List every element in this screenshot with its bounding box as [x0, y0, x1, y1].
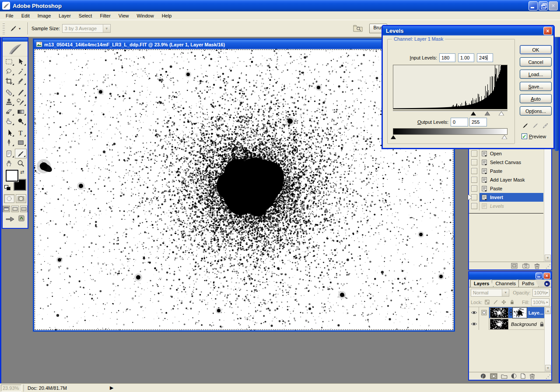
hand-tool[interactable] [3, 158, 15, 168]
history-source-checkbox[interactable] [469, 175, 480, 184]
lock-paint-icon[interactable] [492, 299, 499, 305]
gamma-slider-handle[interactable] [485, 112, 490, 116]
history-item-add-layer-mask[interactable]: Add Layer Mask [469, 175, 543, 184]
scroll-down-icon[interactable]: ▼ [545, 365, 551, 371]
mask-link-icon[interactable] [509, 309, 513, 317]
lock-all-icon[interactable] [509, 299, 515, 305]
scroll-up-icon[interactable]: ▲ [545, 308, 551, 314]
new-snapshot-icon[interactable] [522, 263, 529, 269]
output-highlight-field[interactable]: 255 [469, 118, 487, 126]
layer-row-background[interactable]: Background [469, 318, 551, 330]
menu-layer[interactable]: Layer [55, 12, 75, 19]
delete-state-trash-icon[interactable] [534, 263, 540, 269]
resize-grip[interactable] [546, 374, 551, 379]
rect-marquee-tool[interactable] [3, 57, 15, 66]
history-source-checkbox[interactable] [469, 158, 480, 167]
current-tool-button[interactable]: ▼ [7, 22, 24, 35]
menu-image[interactable]: Image [34, 12, 55, 19]
layer-mask-thumbnail[interactable] [513, 308, 527, 318]
clone-stamp-tool[interactable] [3, 97, 15, 107]
swap-colors-icon[interactable]: ⇄ [20, 169, 24, 175]
brush-tool[interactable] [15, 88, 27, 97]
checkbox-checked-icon[interactable]: ✓ [522, 133, 527, 139]
black-point-eyedropper-icon[interactable] [522, 122, 529, 129]
bridge-icon[interactable] [353, 24, 363, 33]
quickmask-mode-button[interactable] [16, 194, 26, 203]
magic-wand-tool[interactable] [15, 66, 27, 76]
minimize-icon[interactable] [536, 273, 542, 279]
layer-row-layer1[interactable]: Laye... [469, 307, 551, 318]
new-layer-icon[interactable] [520, 373, 526, 379]
history-item-open[interactable]: Open [469, 149, 543, 158]
eyedropper-tool[interactable] [15, 149, 27, 158]
input-gamma-field[interactable]: 1.00 [458, 53, 474, 62]
screen-mode-fullscreen-menubar-button[interactable] [11, 206, 19, 212]
type-tool[interactable]: T [15, 128, 27, 137]
default-colors-icon[interactable] [4, 185, 11, 191]
delete-layer-trash-icon[interactable] [529, 373, 535, 379]
standard-mode-button[interactable] [4, 194, 14, 203]
status-menu-arrow-icon[interactable]: ▶ [110, 385, 113, 391]
link-target-cell[interactable] [479, 318, 489, 330]
edit-in-imageready-button[interactable] [5, 215, 17, 224]
options-button[interactable]: Options... [520, 106, 552, 116]
menu-edit[interactable]: Edit [18, 12, 34, 19]
imageready-icon[interactable] [18, 215, 25, 224]
healing-brush-tool[interactable] [3, 88, 15, 97]
history-item-select-canvas[interactable]: Select Canvas [469, 158, 543, 167]
output-highlight-handle[interactable] [502, 135, 507, 139]
load-button[interactable]: Load... [520, 70, 552, 79]
history-source-checkbox[interactable] [469, 167, 480, 175]
lock-transparency-icon[interactable] [484, 299, 490, 305]
close-icon[interactable]: × [543, 273, 550, 279]
notes-tool[interactable] [3, 149, 15, 158]
layer-name[interactable]: Laye... [528, 310, 543, 315]
minimize-icon[interactable] [528, 1, 538, 10]
auto-button[interactable]: Auto [520, 94, 552, 103]
screen-mode-fullscreen-button[interactable] [20, 206, 28, 212]
layers-scrollbar[interactable]: ▲ ▼ [544, 307, 551, 372]
layer-name[interactable]: Background [511, 322, 537, 327]
menu-select[interactable]: Select [75, 12, 96, 19]
menu-window[interactable]: Window [133, 12, 158, 19]
new-group-folder-icon[interactable] [501, 374, 508, 379]
mask-target-icon[interactable] [479, 307, 489, 318]
menu-filter[interactable]: Filter [96, 12, 114, 19]
output-shadow-field[interactable]: 0 [451, 118, 468, 126]
tab-channels[interactable]: Channels [492, 280, 520, 287]
palette-menu-icon[interactable]: ▶ [544, 281, 550, 287]
shape-tool[interactable] [15, 137, 27, 147]
lock-position-icon[interactable] [500, 299, 507, 305]
menu-file[interactable]: File [2, 12, 18, 19]
foreground-color-swatch[interactable] [6, 170, 18, 182]
tab-paths[interactable]: Paths [518, 280, 539, 287]
resize-grip[interactable] [546, 264, 551, 269]
save-button[interactable]: Save... [520, 82, 552, 91]
history-source-checkbox[interactable] [469, 193, 480, 202]
zoom-level-field[interactable]: 23.93% [1, 385, 21, 392]
move-tool[interactable] [15, 57, 27, 66]
history-item-invert[interactable]: Invert [469, 193, 543, 202]
gradient-tool[interactable] [15, 107, 27, 116]
options-bar-grip[interactable] [3, 23, 5, 34]
slice-tool[interactable] [15, 76, 27, 86]
layer-style-icon[interactable]: f [480, 373, 486, 379]
path-select-tool[interactable] [3, 128, 15, 137]
close-icon[interactable]: × [543, 27, 552, 35]
scroll-down-icon[interactable]: ▼ [545, 255, 551, 261]
visibility-eye-icon[interactable] [469, 318, 479, 330]
eraser-tool[interactable] [3, 107, 15, 116]
adjustment-layer-icon[interactable] [511, 373, 517, 379]
new-document-from-state-icon[interactable] [511, 263, 518, 269]
input-highlight-field[interactable]: 245 [477, 53, 493, 62]
white-point-eyedropper-icon[interactable] [542, 122, 549, 129]
screen-mode-standard-button[interactable] [3, 206, 10, 212]
ok-button[interactable]: OK [520, 45, 552, 54]
zoom-tool[interactable] [15, 158, 27, 168]
history-item-paste-2[interactable]: Paste [469, 184, 543, 193]
crop-tool[interactable] [3, 76, 15, 86]
history-item-levels[interactable]: Levels [469, 202, 543, 210]
history-source-checkbox[interactable] [469, 202, 480, 210]
history-source-checkbox[interactable] [469, 149, 480, 158]
gray-point-eyedropper-icon[interactable] [532, 122, 539, 129]
